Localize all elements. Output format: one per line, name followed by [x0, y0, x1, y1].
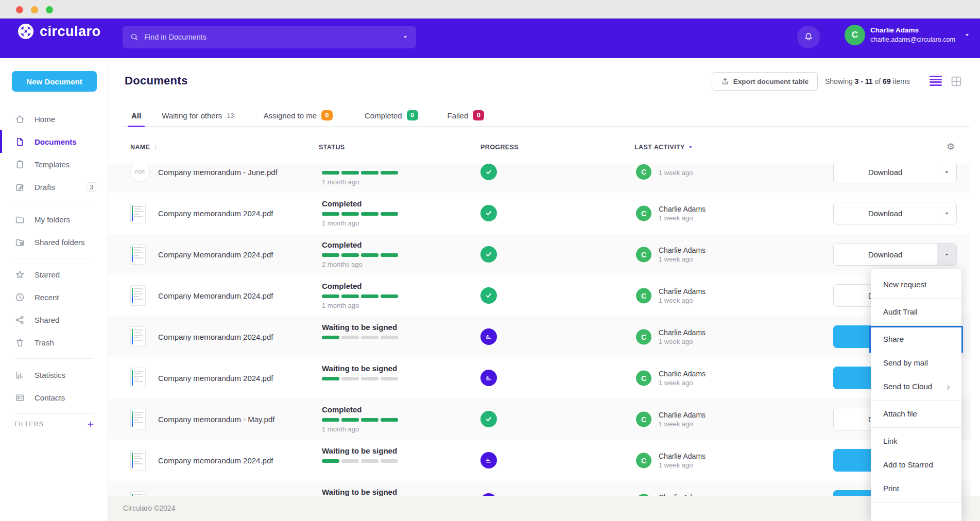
menu-item-label: Attach file — [883, 409, 917, 418]
status-text: Completed — [322, 199, 440, 209]
tab-completed[interactable]: Completed0 — [365, 105, 418, 127]
last-activity-cell: C Charlie Adams 1 week ago — [636, 287, 706, 304]
menu-item-audit-trail[interactable]: Audit Trail — [871, 300, 961, 324]
document-name[interactable]: Company memorandum 2024.pdf — [158, 456, 273, 465]
table-row[interactable]: PDF Company memorandum - June.pdf 1 mont… — [108, 164, 970, 193]
drafts-count-badge: 3 — [87, 182, 96, 192]
sidebar-item-shared[interactable]: Shared — [0, 308, 108, 331]
page-footer: Circularo ©2024 — [108, 496, 980, 521]
sidebar-item-recent[interactable]: Recent — [0, 286, 108, 308]
completed-check-badge — [480, 411, 497, 427]
new-document-button[interactable]: New Document — [12, 71, 97, 92]
download-split-button[interactable]: Download — [833, 243, 957, 266]
menu-item-new-request[interactable]: New request — [871, 273, 961, 297]
window-maximize-button[interactable] — [46, 6, 53, 13]
tab-all[interactable]: All — [131, 105, 141, 127]
actor-avatar: C — [636, 164, 651, 180]
action-caret-button[interactable] — [937, 164, 956, 183]
table-row[interactable]: Company memorandum 2024.pdf Completed 1 … — [108, 193, 970, 234]
action-label[interactable]: Download — [834, 244, 937, 265]
tab-assigned-to-me[interactable]: Assigned to me0 — [264, 105, 333, 127]
search-input[interactable] — [144, 33, 402, 41]
window-minimize-button[interactable] — [31, 6, 38, 13]
menu-item-add-to-starred[interactable]: Add to Starred — [871, 453, 961, 477]
action-label[interactable]: Download — [834, 164, 937, 183]
last-activity-cell: C Charlie Adams 1 week ago — [636, 411, 706, 428]
search-bar[interactable] — [123, 26, 416, 48]
sidebar-item-home[interactable]: Home — [0, 108, 108, 130]
status-cell: Completed 1 month ago — [322, 282, 440, 309]
list-view-toggle[interactable] — [930, 76, 942, 87]
status-cell: Waiting to be signed — [322, 446, 440, 474]
brand-logo[interactable]: circularo — [17, 23, 101, 40]
notifications-button[interactable] — [797, 26, 820, 48]
menu-item-share[interactable]: Share — [871, 327, 961, 351]
table-row[interactable]: Company memorandum 2024.pdf Waiting to b… — [108, 316, 970, 357]
table-row[interactable]: Company Memorandum 2024.pdf Completed 1 … — [108, 275, 970, 316]
user-menu[interactable]: C Charlie Adams charlie.adams@circularo.… — [845, 25, 971, 45]
document-table-body: PDF Company memorandum - June.pdf 1 mont… — [108, 164, 980, 521]
sidebar-item-templates[interactable]: Templates — [0, 153, 108, 176]
column-header-name[interactable]: NAME — [130, 144, 159, 151]
sidebar-item-trash[interactable]: Trash — [0, 331, 108, 354]
menu-item-send-by-mail[interactable]: Send by mail — [871, 351, 961, 375]
document-name[interactable]: Company memorandum 2024.pdf — [158, 209, 273, 218]
menu-divider — [871, 325, 961, 326]
status-cell: 1 month ago — [322, 164, 440, 186]
menu-item-attach-file[interactable]: Attach file — [871, 402, 961, 426]
actor-time: 1 week ago — [659, 169, 693, 177]
menu-item-send-to-cloud[interactable]: Send to Cloud — [871, 375, 961, 398]
menu-item-label: Print — [883, 484, 899, 493]
download-split-button[interactable]: Download — [833, 164, 957, 183]
window-close-button[interactable] — [16, 6, 23, 13]
user-email: charlie.adams@circularo.com — [870, 36, 955, 44]
status-time: 1 month ago — [322, 178, 440, 186]
search-scope-caret-icon[interactable] — [402, 33, 409, 41]
sidebar-item-shared-folders[interactable]: Shared folders — [0, 231, 108, 253]
sidebar-item-starred[interactable]: Starred — [0, 263, 108, 286]
actor-avatar: C — [636, 247, 651, 262]
sidebar-divider — [14, 258, 93, 258]
chevron-right-icon — [944, 384, 952, 391]
download-split-button[interactable]: Download — [833, 202, 957, 224]
table-row[interactable]: Company memorandum - May.pdf Completed 1… — [108, 398, 970, 440]
menu-item-print[interactable]: Print — [871, 477, 961, 500]
actor-avatar: C — [636, 329, 651, 344]
column-header-last-activity[interactable]: LAST ACTIVITY — [634, 144, 694, 151]
document-name[interactable]: Company memorandum 2024.pdf — [158, 333, 273, 341]
column-header-progress[interactable]: PROGRESS — [480, 144, 519, 151]
table-row[interactable]: Company memorandum 2024.pdf Waiting to b… — [108, 357, 970, 398]
document-name[interactable]: Company memorandum - May.pdf — [158, 415, 274, 424]
grid-view-toggle[interactable] — [950, 75, 962, 88]
document-name[interactable]: Company Memorandum 2024.pdf — [158, 250, 273, 259]
document-name[interactable]: Company memorandum 2024.pdf — [158, 374, 273, 383]
sidebar-item-documents[interactable]: Documents — [0, 130, 108, 153]
menu-item-link[interactable]: Link — [871, 429, 961, 453]
actor-avatar: C — [636, 370, 651, 386]
table-row[interactable]: Company memorandum 2024.pdf Waiting to b… — [108, 440, 970, 481]
document-name[interactable]: Company Memorandum 2024.pdf — [158, 291, 273, 300]
check-icon — [484, 250, 493, 259]
clipboard-icon — [14, 159, 25, 170]
table-row[interactable]: Company Memorandum 2024.pdf Completed 2 … — [108, 234, 970, 275]
showing-items-count: Showing 3 - 11 of 69 items — [825, 77, 910, 85]
status-time — [322, 384, 440, 392]
column-header-status[interactable]: STATUS — [319, 144, 345, 151]
filters-label: FILTERS — [0, 421, 44, 428]
table-settings-gear-icon[interactable]: ⚙ — [947, 141, 955, 152]
export-document-table-button[interactable]: Export document table — [712, 72, 818, 91]
document-thumbnail-icon — [130, 326, 146, 347]
sidebar-item-my-folders[interactable]: My folders — [0, 208, 108, 231]
sidebar-item-drafts[interactable]: Drafts3 — [0, 176, 108, 198]
tab-failed[interactable]: Failed0 — [448, 105, 485, 127]
sidebar-item-statistics[interactable]: Statistics — [0, 363, 108, 386]
action-caret-button[interactable] — [937, 244, 956, 265]
action-caret-button[interactable] — [937, 202, 956, 224]
document-name[interactable]: Company memorandum - June.pdf — [158, 168, 278, 177]
add-filter-button[interactable] — [87, 419, 95, 428]
action-label[interactable]: Download — [834, 202, 937, 224]
sidebar-item-contacts[interactable]: Contacts — [0, 386, 108, 409]
last-activity-cell: C Charlie Adams 1 week ago — [636, 205, 706, 222]
actor-name: Charlie Adams — [659, 205, 706, 213]
tab-waiting-for-others[interactable]: Waiting for others13 — [162, 105, 234, 127]
